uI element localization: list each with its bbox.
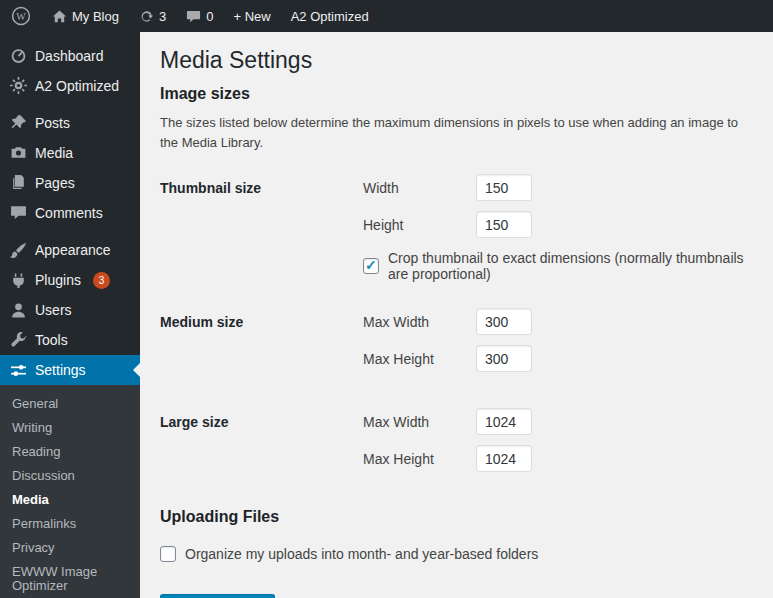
camera-icon [10,144,27,161]
medium-max-height-label: Max Height [363,351,476,367]
brush-icon [10,242,27,259]
site-name-label: My Blog [72,9,119,24]
sidebar-item-dashboard[interactable]: Dashboard [0,41,140,71]
plug-icon [10,272,27,289]
a2-optimized-toolbar-label: A2 Optimized [291,9,369,24]
thumbnail-height-label: Height [363,217,476,233]
sidebar-item-label: Comments [35,204,103,222]
medium-max-width-input[interactable] [476,308,532,335]
site-name-link[interactable]: My Blog [42,0,129,32]
sidebar-item-label: Tools [35,331,68,349]
submenu-item-general[interactable]: General [0,392,140,416]
medium-max-height-input[interactable] [476,345,532,372]
a2-optimized-toolbar-link[interactable]: A2 Optimized [281,0,379,32]
wrench-icon [10,332,27,349]
sidebar-item-tools[interactable]: Tools [0,325,140,355]
submenu-item-privacy[interactable]: Privacy [0,536,140,560]
sidebar-item-label: Media [35,144,73,162]
sidebar-item-label: Posts [35,114,70,132]
sidebar-item-comments[interactable]: Comments [0,198,140,228]
comments-count: 0 [206,9,213,24]
sidebar-item-settings[interactable]: Settings [0,355,140,385]
save-changes-button[interactable]: Save Changes [160,594,275,598]
comments-indicator[interactable]: 0 [176,0,223,32]
large-max-width-input[interactable] [476,408,532,435]
submenu-item-reading[interactable]: Reading [0,440,140,464]
submenu-item-discussion[interactable]: Discussion [0,464,140,488]
submenu-item-writing[interactable]: Writing [0,416,140,440]
uploading-files-heading: Uploading Files [160,508,753,526]
admin-bar: W My Blog 3 0 + New A2 Optimized [0,0,773,32]
menu-separator [0,101,140,108]
submenu-item-permalinks[interactable]: Permalinks [0,512,140,536]
submenu-item-media[interactable]: Media [0,488,140,512]
sidebar-item-label: Dashboard [35,47,104,65]
sidebar-item-label: Settings [35,361,86,379]
update-icon [139,9,154,24]
medium-max-width-label: Max Width [363,314,476,330]
wordpress-admin: W My Blog 3 0 + New A2 Optimized [0,0,773,598]
sidebar-item-label: Users [35,301,72,319]
sidebar-item-media[interactable]: Media [0,138,140,168]
medium-size-group: Medium size Max Width Max Height [160,308,753,382]
large-max-height-label: Max Height [363,451,476,467]
organize-uploads-checkbox[interactable] [160,546,176,562]
main-content: Media Settings Image sizes The sizes lis… [140,32,773,598]
sidebar-item-users[interactable]: Users [0,295,140,325]
menu-separator [0,228,140,235]
thumbnail-width-input[interactable] [476,174,532,201]
large-size-group: Large size Max Width Max Height [160,408,753,482]
submenu-item-ewww-image-optimizer[interactable]: EWWW Image Optimizer [0,560,140,598]
sidebar-item-appearance[interactable]: Appearance [0,235,140,265]
menu-top-padding [0,32,140,41]
home-icon [52,9,67,24]
wordpress-logo-icon: W [11,6,31,26]
settings-icon [10,362,27,379]
settings-submenu: General Writing Reading Discussion Media… [0,385,140,598]
updates-indicator[interactable]: 3 [129,0,176,32]
comment-icon [10,204,27,221]
image-sizes-description: The sizes listed below determine the max… [160,113,753,152]
large-max-height-input[interactable] [476,445,532,472]
image-sizes-heading: Image sizes [160,85,753,103]
pages-icon [10,174,27,191]
thumbnail-size-label: Thumbnail size [160,174,363,282]
crop-thumbnail-label: Crop thumbnail to exact dimensions (norm… [388,250,753,282]
plugins-update-badge: 3 [93,272,110,289]
updates-count: 3 [159,9,166,24]
organize-uploads-label: Organize my uploads into month- and year… [185,546,538,562]
dashboard-icon [10,47,27,64]
sidebar-item-pages[interactable]: Pages [0,168,140,198]
user-icon [10,302,27,319]
sidebar-item-label: A2 Optimized [35,77,119,95]
crop-thumbnail-option[interactable]: Crop thumbnail to exact dimensions (norm… [363,250,753,282]
thumbnail-size-group: Thumbnail size Width Height Crop thumbna… [160,174,753,282]
organize-uploads-option[interactable]: Organize my uploads into month- and year… [160,546,753,562]
thumbnail-width-label: Width [363,180,476,196]
comment-bubble-icon [186,9,201,24]
crop-thumbnail-checkbox[interactable] [363,258,379,274]
admin-menu: Dashboard A2 Optimized Posts Media [0,32,140,598]
image-sizes-form: Thumbnail size Width Height Crop thumbna… [160,174,753,482]
pin-icon [10,114,27,131]
new-content-label: + New [233,9,270,24]
sidebar-item-label: Pages [35,174,75,192]
svg-text:W: W [16,11,26,22]
gear-icon [10,77,27,94]
wordpress-logo[interactable]: W [0,0,42,32]
thumbnail-height-input[interactable] [476,211,532,238]
sidebar-item-label: Appearance [35,241,111,259]
new-content-button[interactable]: + New [223,0,280,32]
sidebar-item-posts[interactable]: Posts [0,108,140,138]
sidebar-item-label: Plugins [35,271,81,289]
large-max-width-label: Max Width [363,414,476,430]
page-title: Media Settings [160,46,753,75]
sidebar-item-plugins[interactable]: Plugins 3 [0,265,140,295]
medium-size-label: Medium size [160,308,363,382]
large-size-label: Large size [160,408,363,482]
sidebar-item-a2-optimized[interactable]: A2 Optimized [0,71,140,101]
